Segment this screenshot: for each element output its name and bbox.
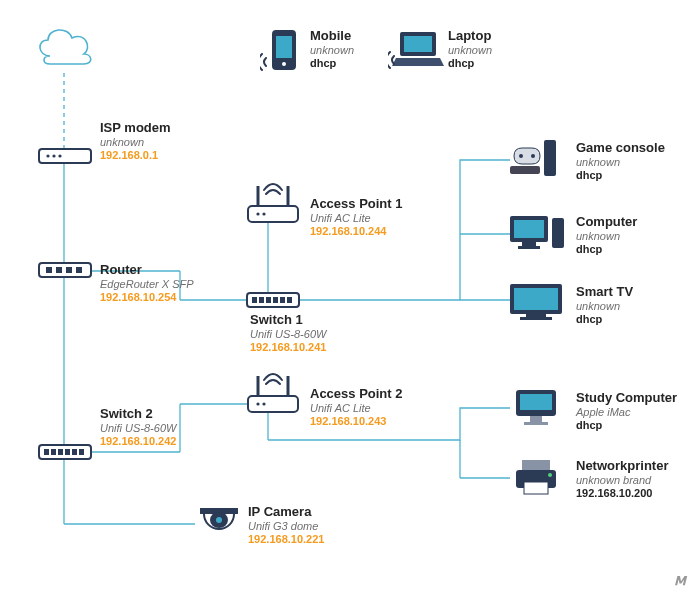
- node-model: unknown: [100, 136, 171, 149]
- node-ip: dhcp: [576, 313, 633, 326]
- svg-rect-72: [520, 394, 552, 410]
- svg-rect-77: [524, 482, 548, 494]
- node-ip: 192.168.10.254: [100, 291, 194, 304]
- game-console-icon: [508, 138, 566, 186]
- svg-point-20: [282, 62, 286, 66]
- svg-rect-22: [404, 36, 432, 52]
- node-model: unknown: [310, 44, 354, 57]
- svg-point-24: [46, 154, 49, 157]
- svg-rect-46: [248, 396, 298, 412]
- svg-rect-58: [544, 140, 556, 176]
- svg-rect-38: [252, 297, 257, 303]
- svg-rect-59: [510, 166, 540, 174]
- svg-rect-34: [248, 206, 298, 222]
- node-title: Computer: [576, 214, 637, 230]
- mobile-icon: [260, 26, 304, 82]
- camera-icon: [196, 504, 242, 548]
- svg-rect-40: [266, 297, 271, 303]
- node-model: unknown: [448, 44, 492, 57]
- node-model: unknown brand: [576, 474, 668, 487]
- svg-point-36: [262, 212, 265, 215]
- access-point-icon: [244, 182, 302, 232]
- svg-rect-31: [76, 267, 82, 273]
- svg-rect-29: [56, 267, 62, 273]
- node-model: unknown: [576, 230, 637, 243]
- svg-rect-39: [259, 297, 264, 303]
- node-ip: 192.168.10.243: [310, 415, 403, 428]
- laptop-icon: [388, 26, 448, 78]
- node-title: Networkprinter: [576, 458, 668, 474]
- svg-rect-53: [65, 449, 70, 455]
- computer-icon: [508, 212, 568, 260]
- svg-rect-42: [280, 297, 285, 303]
- svg-rect-66: [552, 218, 564, 248]
- node-title: Mobile: [310, 28, 354, 44]
- svg-rect-54: [72, 449, 77, 455]
- node-model: Unifi US-8-60W: [250, 328, 326, 341]
- svg-rect-51: [51, 449, 56, 455]
- node-title: Switch 1: [250, 312, 326, 328]
- node-ip: 192.168.10.200: [576, 487, 668, 500]
- node-model: Unifi AC Lite: [310, 212, 403, 225]
- node-title: Router: [100, 262, 194, 278]
- node-title: Access Point 2: [310, 386, 403, 402]
- switch-icon: [246, 292, 300, 314]
- svg-point-47: [256, 402, 259, 405]
- svg-rect-74: [524, 422, 548, 425]
- node-title: Laptop: [448, 28, 492, 44]
- printer-icon: [512, 458, 560, 502]
- svg-point-26: [58, 154, 61, 157]
- watermark-icon: ᴍ: [674, 570, 686, 589]
- svg-rect-28: [46, 267, 52, 273]
- node-ip: dhcp: [576, 169, 665, 182]
- svg-rect-50: [44, 449, 49, 455]
- network-diagram: Mobile unknown dhcp Laptop unknown dhcp …: [0, 0, 700, 599]
- node-model: unknown: [576, 156, 665, 169]
- svg-rect-55: [79, 449, 84, 455]
- node-model: EdgeRouter X SFP: [100, 278, 194, 291]
- svg-rect-64: [522, 242, 536, 246]
- svg-rect-43: [287, 297, 292, 303]
- node-model: Unifi G3 dome: [248, 520, 324, 533]
- svg-rect-63: [514, 220, 544, 238]
- svg-point-48: [262, 402, 265, 405]
- node-model: Unifi US-8-60W: [100, 422, 176, 435]
- svg-rect-65: [518, 246, 540, 249]
- tv-icon: [508, 282, 564, 326]
- svg-rect-41: [273, 297, 278, 303]
- node-ip: dhcp: [310, 57, 354, 70]
- svg-point-60: [519, 154, 523, 158]
- node-ip: 192.168.10.242: [100, 435, 176, 448]
- node-title: Switch 2: [100, 406, 176, 422]
- node-title: Access Point 1: [310, 196, 403, 212]
- node-title: Study Computer: [576, 390, 677, 406]
- svg-rect-52: [58, 449, 63, 455]
- svg-point-78: [548, 473, 552, 477]
- svg-rect-69: [526, 314, 546, 317]
- modem-icon: [38, 148, 92, 170]
- router-icon: [38, 262, 92, 284]
- svg-point-35: [256, 212, 259, 215]
- node-ip: dhcp: [576, 419, 677, 432]
- node-ip: 192.168.10.221: [248, 533, 324, 546]
- node-ip: 192.168.10.244: [310, 225, 403, 238]
- imac-icon: [512, 388, 560, 434]
- svg-point-25: [52, 154, 55, 157]
- node-ip: dhcp: [576, 243, 637, 256]
- node-ip: 192.168.0.1: [100, 149, 171, 162]
- node-ip: dhcp: [448, 57, 492, 70]
- node-title: Smart TV: [576, 284, 633, 300]
- svg-point-61: [531, 154, 535, 158]
- svg-rect-75: [522, 460, 550, 470]
- svg-rect-70: [520, 317, 552, 320]
- node-ip: 192.168.10.241: [250, 341, 326, 354]
- switch-icon: [38, 444, 92, 466]
- svg-rect-73: [530, 416, 542, 422]
- cloud-icon: [30, 18, 100, 72]
- node-model: unknown: [576, 300, 633, 313]
- svg-rect-68: [514, 288, 558, 310]
- svg-rect-30: [66, 267, 72, 273]
- node-title: ISP modem: [100, 120, 171, 136]
- node-title: IP Camera: [248, 504, 324, 520]
- node-model: Unifi AC Lite: [310, 402, 403, 415]
